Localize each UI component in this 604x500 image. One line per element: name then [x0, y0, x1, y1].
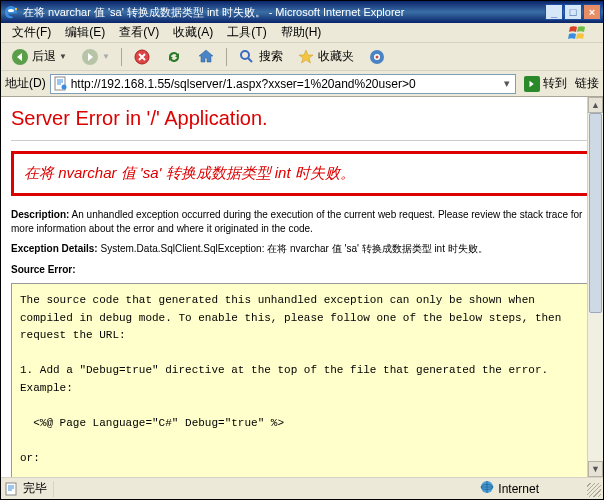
exception-para: Exception Details: System.Data.SqlClient…	[11, 242, 593, 256]
close-button[interactable]: ×	[583, 4, 601, 20]
scroll-thumb[interactable]	[589, 113, 602, 313]
refresh-button[interactable]	[159, 45, 189, 69]
description-text: An unhandled exception occurred during t…	[11, 209, 582, 234]
menu-view[interactable]: 查看(V)	[112, 23, 166, 42]
address-label: 地址(D)	[5, 75, 46, 92]
page-icon	[53, 76, 69, 92]
vertical-scrollbar[interactable]: ▲ ▼	[587, 97, 603, 477]
menu-tools[interactable]: 工具(T)	[220, 23, 273, 42]
source-error-label: Source Error:	[11, 264, 75, 275]
back-label: 后退	[32, 48, 56, 65]
statusbar: 完毕 Internet	[1, 477, 603, 499]
back-icon	[11, 48, 29, 66]
address-box[interactable]: ▾	[50, 74, 516, 94]
zone-panel: Internet	[480, 480, 599, 497]
exception-text: System.Data.SqlClient.SqlException: 在将 n…	[98, 243, 488, 254]
star-icon	[297, 48, 315, 66]
menu-help[interactable]: 帮助(H)	[274, 23, 329, 42]
go-label: 转到	[543, 75, 567, 92]
maximize-button[interactable]: □	[564, 4, 582, 20]
source-error-box: The source code that generated this unha…	[11, 283, 593, 477]
resize-grip[interactable]	[587, 483, 601, 497]
menu-favorites[interactable]: 收藏(A)	[166, 23, 220, 42]
links-label[interactable]: 链接	[575, 75, 599, 92]
stop-icon	[133, 48, 151, 66]
favorites-button[interactable]: 收藏夹	[291, 45, 360, 69]
address-input[interactable]	[71, 77, 499, 91]
error-heading: Server Error in '/' Application.	[11, 107, 593, 130]
scroll-down-button[interactable]: ▼	[588, 461, 603, 477]
forward-button[interactable]: ▼	[75, 45, 116, 69]
done-icon	[5, 482, 19, 496]
divider	[11, 140, 593, 141]
error-highlight-box: 在将 nvarchar 值 'sa' 转换成数据类型 int 时失败。	[11, 151, 593, 196]
ie-icon	[3, 4, 19, 20]
error-message: 在将 nvarchar 值 'sa' 转换成数据类型 int 时失败。	[24, 164, 355, 181]
zone-text: Internet	[498, 482, 539, 496]
media-icon	[368, 48, 386, 66]
go-icon	[524, 76, 540, 92]
titlebar: 在将 nvarchar 值 'sa' 转换成数据类型 int 时失败。 - Mi…	[1, 1, 603, 23]
toolbar: 后退 ▼ ▼	[1, 43, 603, 71]
forward-icon	[81, 48, 99, 66]
description-para: Description: An unhandled exception occu…	[11, 208, 593, 235]
internet-icon	[480, 480, 494, 497]
home-icon	[197, 48, 215, 66]
status-text: 完毕	[23, 480, 47, 497]
status-panel	[53, 481, 60, 497]
minimize-button[interactable]: _	[545, 4, 563, 20]
menu-file[interactable]: 文件(F)	[5, 23, 58, 42]
scroll-track[interactable]	[588, 113, 603, 461]
go-button[interactable]: 转到	[520, 74, 571, 93]
source-error-para: Source Error:	[11, 263, 593, 277]
search-button[interactable]: 搜索	[232, 45, 289, 69]
menu-edit[interactable]: 编辑(E)	[58, 23, 112, 42]
svg-point-0	[8, 9, 14, 12]
svg-point-5	[241, 51, 249, 59]
media-button[interactable]	[362, 45, 392, 69]
search-label: 搜索	[259, 48, 283, 65]
favorites-label: 收藏夹	[318, 48, 354, 65]
scroll-up-button[interactable]: ▲	[588, 97, 603, 113]
address-dropdown-icon[interactable]: ▾	[499, 77, 515, 90]
description-label: Description:	[11, 209, 69, 220]
svg-point-10	[61, 84, 66, 89]
back-button[interactable]: 后退 ▼	[5, 45, 73, 69]
chevron-down-icon: ▼	[59, 52, 67, 61]
browser-window: 在将 nvarchar 值 'sa' 转换成数据类型 int 时失败。 - Mi…	[0, 0, 604, 500]
chevron-down-icon: ▼	[102, 52, 110, 61]
exception-label: Exception Details:	[11, 243, 98, 254]
separator	[226, 48, 227, 66]
separator	[121, 48, 122, 66]
svg-point-8	[375, 55, 378, 58]
source-error-code: The source code that generated this unha…	[20, 292, 584, 477]
home-button[interactable]	[191, 45, 221, 69]
windows-logo-icon	[567, 24, 599, 42]
svg-point-1	[15, 8, 17, 10]
window-title: 在将 nvarchar 值 'sa' 转换成数据类型 int 时失败。 - Mi…	[23, 5, 545, 20]
search-icon	[238, 48, 256, 66]
addressbar: 地址(D) ▾ 转到 链接	[1, 71, 603, 97]
content-area: Server Error in '/' Application. 在将 nvar…	[1, 97, 603, 477]
page-content: Server Error in '/' Application. 在将 nvar…	[1, 97, 603, 477]
stop-button[interactable]	[127, 45, 157, 69]
menubar: 文件(F) 编辑(E) 查看(V) 收藏(A) 工具(T) 帮助(H)	[1, 23, 603, 43]
svg-rect-11	[6, 483, 16, 495]
refresh-icon	[165, 48, 183, 66]
